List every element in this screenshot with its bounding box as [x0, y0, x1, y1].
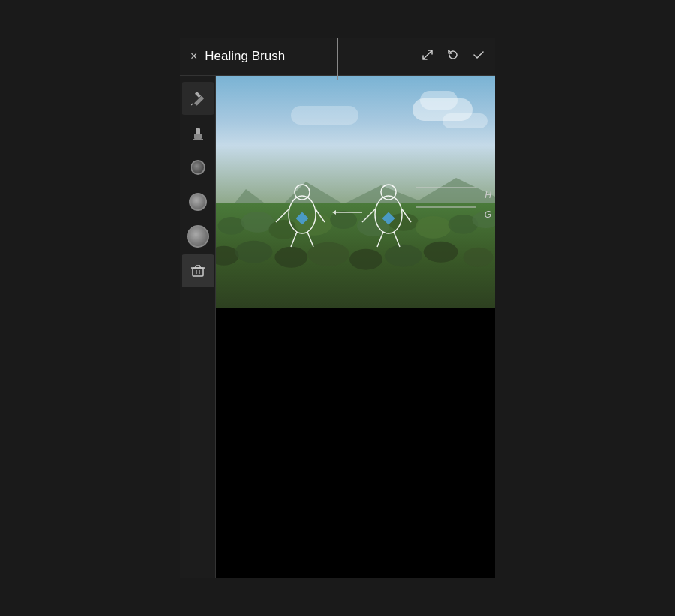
canvas-area[interactable]: H G	[216, 76, 495, 578]
photo-background: H G	[216, 76, 495, 308]
cloud-2	[420, 91, 458, 110]
svg-point-25	[236, 241, 273, 263]
svg-point-20	[388, 213, 418, 231]
header-actions	[422, 49, 484, 64]
annotation-h-line	[416, 187, 476, 188]
svg-point-21	[416, 216, 452, 239]
cursor-indicator	[338, 38, 338, 80]
medium-circle-icon	[189, 193, 207, 211]
shrub-texture	[216, 203, 495, 308]
large-circle-icon	[187, 225, 209, 248]
svg-rect-6	[193, 268, 203, 276]
confirm-icon[interactable]	[472, 49, 484, 64]
svg-rect-4	[196, 128, 200, 134]
tool-healing-brush[interactable]: A	[182, 82, 214, 115]
svg-point-14	[218, 217, 245, 235]
svg-rect-3	[194, 134, 202, 139]
panel-content: A B C	[180, 76, 495, 578]
svg-point-16	[268, 220, 298, 239]
tool-delete[interactable]: F	[182, 254, 214, 287]
expand-icon[interactable]	[422, 49, 434, 64]
healing-brush-panel: × Healing Brush	[180, 38, 495, 578]
left-toolbar: A B C	[180, 76, 216, 578]
close-button[interactable]: ×	[190, 50, 197, 63]
panel-title: Healing Brush	[205, 49, 422, 64]
tool-small-brush[interactable]: C	[182, 151, 214, 184]
svg-rect-1	[194, 91, 200, 97]
shrub-area	[216, 203, 495, 308]
svg-point-17	[295, 213, 332, 236]
cloud-3	[442, 113, 488, 128]
svg-point-24	[216, 246, 239, 266]
annotation-g: G	[484, 209, 491, 220]
svg-point-18	[330, 211, 357, 229]
tool-large-brush[interactable]: E	[182, 220, 214, 253]
svg-point-29	[385, 245, 422, 267]
cloud-4	[291, 106, 358, 125]
annotation-h: H	[484, 190, 491, 200]
svg-point-26	[274, 247, 308, 268]
tool-medium-brush[interactable]: D	[182, 185, 214, 218]
svg-point-31	[463, 248, 493, 267]
canvas-bottom	[216, 428, 495, 578]
svg-point-19	[357, 215, 390, 236]
tool-stamp[interactable]: B	[182, 116, 214, 149]
svg-point-30	[424, 242, 458, 263]
undo-icon[interactable]	[447, 49, 459, 64]
trash-icon	[190, 263, 206, 278]
small-circle-icon	[190, 160, 206, 175]
svg-line-2	[191, 104, 193, 105]
annotation-g-line	[416, 206, 476, 208]
svg-point-27	[308, 242, 350, 266]
svg-point-28	[350, 249, 382, 270]
